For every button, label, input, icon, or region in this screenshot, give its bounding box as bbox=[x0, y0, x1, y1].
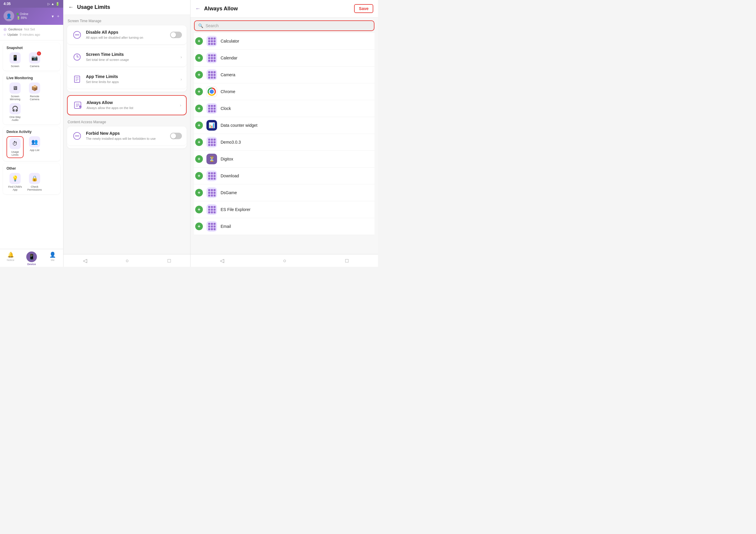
clock-app-name: Clock bbox=[221, 106, 373, 111]
add-calendar-btn[interactable]: + bbox=[195, 54, 203, 62]
list-item[interactable]: + Calculator bbox=[194, 33, 374, 50]
list-item[interactable]: + 📊 Data counter widget bbox=[194, 117, 374, 134]
list-item[interactable]: + Download bbox=[194, 168, 374, 184]
list-item[interactable]: + Clock bbox=[194, 100, 374, 117]
screen-mirroring-item[interactable]: 🖥 Screen Mirroring bbox=[7, 82, 24, 101]
forbid-icon-wrap bbox=[72, 131, 82, 141]
device-nav-icon: 📱 bbox=[26, 251, 37, 262]
list-item[interactable]: + Demo3.0.3 bbox=[194, 134, 374, 151]
live-monitoring-title: Live Monitoring bbox=[7, 76, 57, 80]
add-email-btn[interactable]: + bbox=[195, 222, 203, 230]
back-nav-icon[interactable]: ◁ bbox=[83, 257, 87, 264]
find-childs-app-item[interactable]: 💡 Find Child's App bbox=[7, 173, 24, 191]
screen-time-limits-item[interactable]: Screen Time Limits Set total time of scr… bbox=[67, 47, 187, 67]
find-childs-icon: 💡 bbox=[10, 173, 21, 184]
forbid-new-apps-item[interactable]: Forbid New Apps The newly installed apps… bbox=[67, 126, 187, 145]
add-dsgame-btn[interactable]: + bbox=[195, 189, 203, 197]
list-item[interactable]: + Camera bbox=[194, 67, 374, 83]
update-label: Update bbox=[7, 33, 18, 36]
me-icon: 👤 bbox=[49, 251, 56, 258]
add-data-counter-btn[interactable]: + bbox=[195, 122, 203, 129]
snapshot-screen[interactable]: 📱 Screen bbox=[7, 52, 24, 68]
add-calculator-btn[interactable]: + bbox=[195, 37, 203, 45]
disable-all-apps-toggle[interactable] bbox=[170, 32, 182, 38]
chrome-app-name: Chrome bbox=[221, 89, 373, 94]
always-allow-back[interactable]: ← bbox=[195, 6, 201, 12]
online-dot bbox=[16, 13, 19, 15]
screen-time-limits-text: Screen Time Limits Set total time of scr… bbox=[86, 52, 177, 62]
middle-panel: ← Usage Limits Screen Time Manage Disabl… bbox=[64, 0, 190, 267]
remote-camera-label: Remote Camera bbox=[26, 95, 43, 101]
camera-app-icon bbox=[206, 70, 217, 80]
other-section: Other 💡 Find Child's App 🔒 Check Permiss… bbox=[3, 163, 60, 194]
calendar-app-icon bbox=[206, 53, 217, 63]
disable-all-apps-item[interactable]: Disable All Apps All apps will be disabl… bbox=[67, 25, 187, 44]
live-monitoring-section: Live Monitoring 🖥 Screen Mirroring 📦 Rem… bbox=[3, 73, 60, 125]
nav-device[interactable]: 📱 Device bbox=[21, 251, 42, 266]
remote-camera-item[interactable]: 📦 Remote Camera bbox=[26, 82, 43, 101]
es-file-app-name: ES File Explorer bbox=[221, 207, 373, 212]
always-allow-icon-wrap: ✓ bbox=[72, 100, 83, 111]
right-back-icon[interactable]: ◁ bbox=[220, 257, 224, 264]
header-actions[interactable]: ▾ ＋ bbox=[52, 14, 60, 19]
wifi-icon: ▲ bbox=[51, 2, 54, 6]
usage-limits-content: Screen Time Manage Disable All Apps All … bbox=[64, 15, 190, 254]
save-button[interactable]: Save bbox=[354, 4, 373, 13]
usage-limits-label: Usage Limits bbox=[8, 151, 22, 156]
app-list-item[interactable]: 👥 App List bbox=[26, 136, 43, 158]
status-icons: ▷ ▲ 🔋 bbox=[47, 2, 60, 6]
list-item[interactable]: + DsGame bbox=[194, 184, 374, 201]
add-es-file-btn[interactable]: + bbox=[195, 206, 203, 213]
add-download-btn[interactable]: + bbox=[195, 172, 203, 180]
recents-nav-icon[interactable]: □ bbox=[168, 258, 171, 264]
dropdown-icon[interactable]: ▾ bbox=[52, 14, 54, 19]
device-label: Device bbox=[27, 263, 36, 266]
screen-icon: 📱 bbox=[10, 52, 21, 64]
content-access-label: Content Access Manage bbox=[67, 120, 187, 124]
always-allow-title: Always Allow bbox=[87, 100, 176, 105]
disable-all-apps-title: Disable All Apps bbox=[86, 30, 167, 35]
chrome-app-icon bbox=[206, 86, 217, 97]
usage-limits-back[interactable]: ← bbox=[68, 4, 73, 10]
right-recents-icon[interactable]: □ bbox=[345, 258, 348, 264]
add-chrome-btn[interactable]: + bbox=[195, 88, 203, 96]
always-allow-item[interactable]: ✓ Always Allow Always allow the apps on … bbox=[67, 95, 187, 115]
check-permissions-item[interactable]: 🔒 Check Permissions bbox=[26, 173, 43, 191]
profile-header: 👤 Online 🔋 89% ▾ ＋ bbox=[0, 8, 63, 25]
snapshot-camera[interactable]: 📷 Camera bbox=[26, 52, 43, 68]
list-item[interactable]: + ES File Explorer bbox=[194, 201, 374, 218]
left-panel: 4:35 ▷ ▲ 🔋 👤 Online 🔋 89% ▾ ＋ ◎ Geofence bbox=[0, 0, 64, 267]
add-digitox-btn[interactable]: + bbox=[195, 155, 203, 163]
add-demo-btn[interactable]: + bbox=[195, 138, 203, 146]
nav-notice[interactable]: 🔔 Notice bbox=[0, 251, 21, 266]
usage-limits-item[interactable]: ⏱ Usage Limits bbox=[7, 136, 24, 158]
data-counter-app-name: Data counter widget bbox=[221, 123, 373, 128]
one-way-audio-label: One-Way Audio bbox=[7, 116, 24, 122]
email-app-icon bbox=[206, 221, 217, 232]
forbid-new-apps-text: Forbid New Apps The newly installed apps… bbox=[86, 131, 167, 141]
email-app-name: Email bbox=[221, 224, 373, 229]
snapshot-title: Snapshot bbox=[7, 46, 57, 50]
always-allow-subtitle: Always allow the apps on the list bbox=[87, 106, 176, 110]
search-bar[interactable]: 🔍 Search bbox=[194, 20, 374, 31]
app-time-limits-item[interactable]: App Time Limits Set time limits for apps… bbox=[67, 70, 187, 89]
list-item[interactable]: + Calendar bbox=[194, 50, 374, 67]
add-camera-btn[interactable]: + bbox=[195, 71, 203, 79]
svg-text:✓: ✓ bbox=[80, 106, 81, 108]
add-clock-btn[interactable]: + bbox=[195, 105, 203, 112]
add-icon[interactable]: ＋ bbox=[56, 14, 60, 19]
right-home-icon[interactable]: ○ bbox=[283, 258, 286, 264]
app-list-icon: 👥 bbox=[29, 136, 40, 148]
other-title: Other bbox=[7, 166, 57, 171]
nav-me[interactable]: 👤 Me bbox=[42, 251, 63, 266]
search-input[interactable]: Search bbox=[205, 23, 219, 28]
calendar-app-name: Calendar bbox=[221, 56, 373, 60]
list-item[interactable]: + Chrome bbox=[194, 83, 374, 100]
list-item[interactable]: + Email bbox=[194, 218, 374, 235]
list-item[interactable]: + ⏳ Digitox bbox=[194, 151, 374, 168]
one-way-audio-item[interactable]: 🎧 One-Way Audio bbox=[7, 103, 24, 122]
forbid-new-apps-toggle[interactable] bbox=[170, 133, 182, 139]
always-allow-title: Always Allow bbox=[204, 6, 354, 12]
home-nav-icon[interactable]: ○ bbox=[126, 258, 129, 264]
notice-label: Notice bbox=[7, 259, 14, 262]
